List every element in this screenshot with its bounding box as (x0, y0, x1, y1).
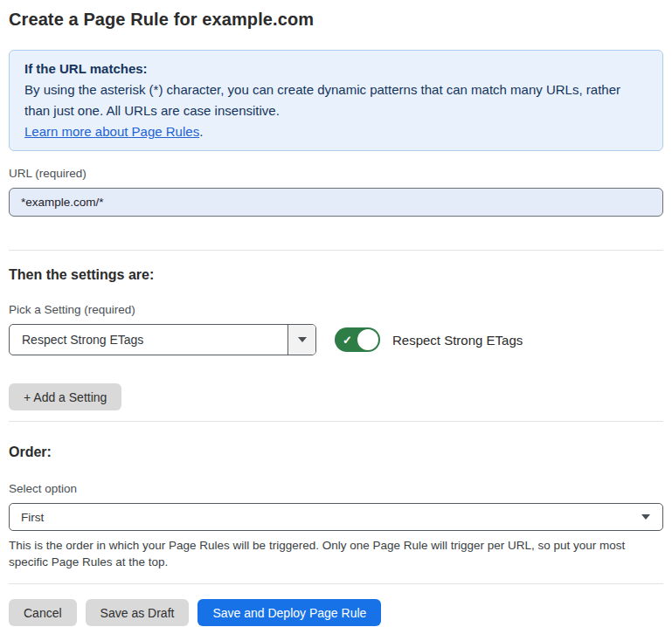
chevron-down-icon[interactable] (288, 325, 315, 355)
chevron-down-icon (641, 514, 650, 520)
setting-row: Respect Strong ETags ✓ Respect Strong ET… (9, 324, 663, 355)
triangle-glyph (641, 514, 650, 520)
url-matches-info-box: If the URL matches: By using the asteris… (9, 50, 663, 151)
order-help-text: This is the order in which your Page Rul… (9, 537, 663, 570)
footer-actions: Cancel Save as Draft Save and Deploy Pag… (9, 599, 663, 626)
url-field-label: URL (required) (9, 166, 663, 181)
toggle-label: Respect Strong ETags (392, 333, 523, 348)
add-setting-button[interactable]: + Add a Setting (9, 383, 121, 410)
learn-more-link[interactable]: Learn more about Page Rules (24, 124, 199, 139)
divider (9, 583, 663, 584)
save-and-deploy-button[interactable]: Save and Deploy Page Rule (197, 599, 381, 626)
respect-strong-etags-toggle[interactable]: ✓ (335, 327, 380, 352)
order-select-label: Select option (9, 481, 663, 496)
info-box-heading: If the URL matches: (24, 59, 648, 79)
divider (9, 250, 663, 251)
link-period: . (199, 124, 203, 139)
settings-section-heading: Then the settings are: (9, 267, 663, 283)
toggle-knob (357, 329, 378, 350)
info-box-link-line: Learn more about Page Rules. (24, 121, 648, 142)
info-box-body: By using the asterisk (*) character, you… (24, 79, 648, 121)
save-as-draft-button[interactable]: Save as Draft (86, 599, 190, 626)
setting-select-value: Respect Strong ETags (10, 333, 288, 347)
url-input[interactable] (9, 188, 663, 217)
setting-toggle-group: ✓ Respect Strong ETags (335, 327, 523, 352)
order-select-value: First (10, 511, 641, 524)
cancel-button[interactable]: Cancel (9, 599, 77, 626)
check-icon: ✓ (343, 334, 352, 346)
divider (9, 421, 663, 422)
page-title: Create a Page Rule for example.com (9, 8, 663, 31)
triangle-glyph (298, 337, 307, 342)
order-section-heading: Order: (9, 444, 663, 460)
create-page-rule-form: Create a Page Rule for example.com If th… (0, 8, 672, 626)
order-select[interactable]: First (9, 503, 663, 531)
setting-select[interactable]: Respect Strong ETags (9, 324, 316, 355)
pick-setting-label: Pick a Setting (required) (9, 302, 663, 317)
